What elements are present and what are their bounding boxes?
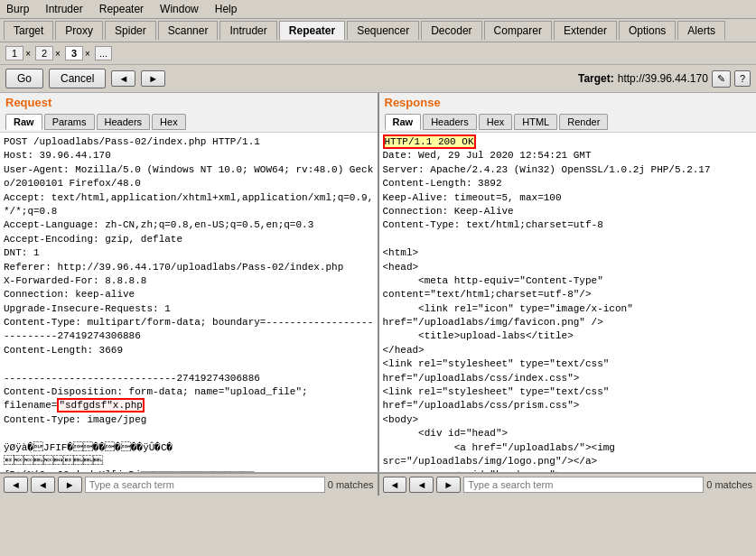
request-tab-params[interactable]: Params	[44, 114, 95, 130]
response-title: Response	[379, 93, 757, 112]
tab-options[interactable]: Options	[619, 21, 676, 40]
request-title: Request	[0, 93, 378, 112]
cancel-button[interactable]: Cancel	[49, 69, 106, 88]
response-tab-render[interactable]: Render	[559, 114, 608, 130]
panels-container: Request Raw Params Headers Hex POST /upl…	[0, 93, 756, 472]
menu-window[interactable]: Window	[157, 2, 201, 16]
tab-scanner[interactable]: Scanner	[158, 21, 219, 40]
left-matches-label: 0 matches	[328, 479, 374, 490]
request-tab-hex[interactable]: Hex	[152, 114, 186, 130]
tab-num-more[interactable]: ...	[95, 46, 112, 60]
tab-intruder[interactable]: Intruder	[219, 21, 276, 40]
tab-spider[interactable]: Spider	[105, 21, 156, 40]
tab-target[interactable]: Target	[4, 21, 53, 40]
tab-proxy[interactable]: Proxy	[55, 21, 103, 40]
response-body[interactable]: HTTP/1.1 200 OK Date: Wed, 29 Jul 2020 1…	[379, 133, 757, 472]
tab-x-3[interactable]: ×	[85, 49, 90, 59]
target-info: Target: http://39.96.44.170 ✎ ?	[578, 70, 751, 88]
response-tab-headers[interactable]: Headers	[423, 114, 477, 130]
help-button[interactable]: ?	[734, 70, 751, 87]
left-search-back-button[interactable]: ◄	[31, 477, 55, 493]
menu-bar: Burp Intruder Repeater Window Help	[0, 0, 756, 19]
tab-comparer[interactable]: Comparer	[484, 21, 552, 40]
tab-x-1[interactable]: ×	[25, 49, 31, 59]
request-panel: Request Raw Params Headers Hex POST /upl…	[0, 93, 379, 472]
response-panel: Response Raw Headers Hex HTML Render HTT…	[379, 93, 757, 472]
response-tab-raw[interactable]: Raw	[385, 114, 422, 130]
tab-x-2[interactable]: ×	[55, 49, 61, 59]
target-value: http://39.96.44.170	[618, 72, 708, 85]
nav-left-button[interactable]: ◄	[111, 70, 135, 87]
tab-num-2[interactable]: 2	[35, 46, 53, 60]
right-search-prev-button[interactable]: ◄	[383, 477, 407, 493]
menu-intruder[interactable]: Intruder	[42, 2, 85, 16]
right-search-next-button[interactable]: ►	[436, 477, 461, 493]
menu-repeater[interactable]: Repeater	[97, 2, 146, 16]
action-bar: Go Cancel ◄ ► Target: http://39.96.44.17…	[0, 65, 756, 93]
nav-right-button[interactable]: ►	[141, 70, 165, 87]
left-search-prev-button[interactable]: ◄	[4, 477, 28, 493]
right-matches-label: 0 matches	[706, 479, 752, 490]
tab-alerts[interactable]: Alerts	[677, 21, 725, 40]
request-tab-headers[interactable]: Headers	[97, 114, 151, 130]
go-button[interactable]: Go	[5, 69, 43, 88]
tab-sequencer[interactable]: Sequencer	[347, 21, 419, 40]
left-search-input[interactable]	[85, 477, 325, 493]
left-bottom-bar: ◄ ◄ ► 0 matches	[0, 473, 379, 496]
response-tab-hex[interactable]: Hex	[479, 114, 513, 130]
tab-numbers: 1 × 2 × 3 × ...	[5, 46, 112, 60]
tab-extender[interactable]: Extender	[554, 21, 617, 40]
request-body[interactable]: POST /uploadlabs/Pass-02/index.php HTTP/…	[0, 133, 378, 472]
right-search-back-button[interactable]: ◄	[409, 477, 434, 493]
request-tab-raw[interactable]: Raw	[5, 114, 42, 130]
menu-help[interactable]: Help	[212, 2, 240, 16]
tab-num-3[interactable]: 3	[65, 46, 83, 60]
edit-target-button[interactable]: ✎	[712, 70, 731, 88]
main-tab-bar: Target Proxy Spider Scanner Intruder Rep…	[0, 19, 756, 42]
response-tab-html[interactable]: HTML	[514, 114, 557, 130]
menu-burp[interactable]: Burp	[4, 2, 32, 16]
tab-num-1[interactable]: 1	[5, 46, 23, 60]
right-search-input[interactable]	[463, 477, 704, 493]
tab-decoder[interactable]: Decoder	[421, 21, 481, 40]
left-search-next-button[interactable]: ►	[58, 477, 82, 493]
right-bottom-bar: ◄ ◄ ► 0 matches	[379, 473, 757, 496]
response-tabs: Raw Headers Hex HTML Render	[379, 112, 757, 133]
tab-repeater[interactable]: Repeater	[279, 21, 345, 40]
target-label: Target:	[578, 72, 614, 85]
bottom-bars: ◄ ◄ ► 0 matches ◄ ◄ ► 0 matches	[0, 472, 756, 496]
request-tabs: Raw Params Headers Hex	[0, 112, 378, 133]
tab-numbers-row: 1 × 2 × 3 × ...	[0, 42, 756, 65]
